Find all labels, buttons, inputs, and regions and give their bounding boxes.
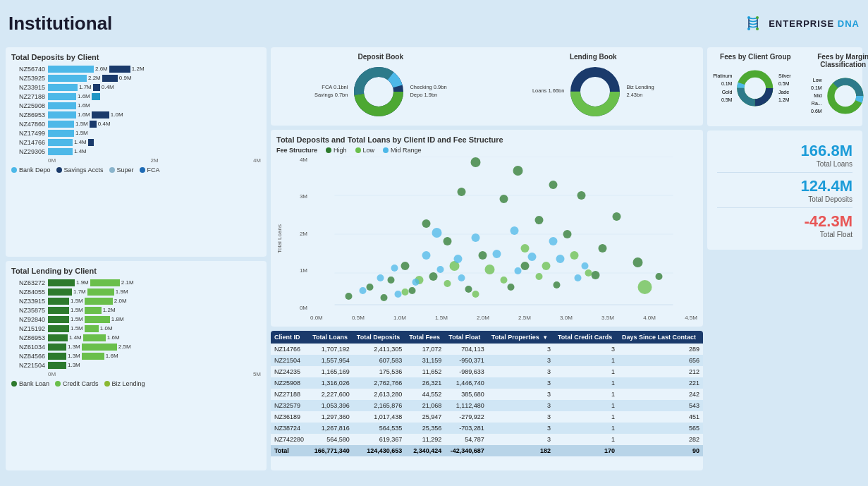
total-float-value: -42.3M xyxy=(717,212,852,231)
svg-point-49 xyxy=(570,251,579,260)
svg-point-35 xyxy=(388,277,395,284)
scatter-legend: Fee Structure High Low Mid Range xyxy=(276,147,697,154)
table-row: NZ259081,316,0262,762,76626,3211,446,740… xyxy=(271,377,703,389)
lending-book-wrapper: Loans 1.66bn Biz Lending 2.43bn xyxy=(532,63,654,120)
svg-point-29 xyxy=(599,244,607,253)
data-table-card: Client ID Total Loans Total Deposits Tot… xyxy=(271,331,703,470)
table-row: NZ56740 2.6M 1.2M xyxy=(11,66,261,73)
table-row: NZ35875 1.5M 1.2M xyxy=(11,307,261,314)
logo-text: ENTERPRISE DNA xyxy=(769,18,860,29)
total-float-stat: -42.3M Total Float xyxy=(717,208,852,243)
svg-point-44 xyxy=(381,294,388,301)
svg-point-0 xyxy=(743,13,763,33)
svg-point-32 xyxy=(656,273,663,280)
total-loans-stat: 166.8M Total Loans xyxy=(717,138,852,173)
scatter-x-axis: 0.0M 0.5M 1.0M 1.5M 2.0M 2.5M 3.0M 3.5M … xyxy=(310,315,697,321)
table-row: NZ84055 1.7M 1.9M xyxy=(11,288,261,296)
table-row: NZ33915 1.5M 2.0M xyxy=(11,298,261,305)
scatter-y-axis: 4M 3M 2M 1M 0M xyxy=(288,157,307,321)
col-total-credit-cards: Total Credit Cards xyxy=(554,331,618,344)
svg-point-19 xyxy=(513,166,523,176)
svg-point-72 xyxy=(412,279,420,286)
scatter-plot: Total Loans 4M 3M 2M 1M 0M xyxy=(276,157,697,321)
svg-point-63 xyxy=(454,255,463,263)
svg-point-23 xyxy=(577,191,586,200)
svg-point-25 xyxy=(422,219,431,228)
deposit-book-title: Deposit Book xyxy=(358,53,403,61)
table-row: NZ84566 1.3M 1.6M xyxy=(11,353,261,360)
svg-point-48 xyxy=(542,262,551,270)
col-total-loans: Total Loans xyxy=(309,331,353,344)
svg-point-61 xyxy=(549,237,558,245)
sort-icon: ▼ xyxy=(542,334,548,341)
table-row: NZ25908 1.6M xyxy=(11,102,261,109)
header: Institutional ENTERPRISE DNA xyxy=(6,6,862,43)
dna-icon xyxy=(742,12,764,35)
table-body: NZ147661,707,1922,411,30517,072704,11333… xyxy=(271,344,703,445)
fees-margin-labels-left: Low 0.1M Mid Ra... 0.6M xyxy=(804,76,822,116)
scatter-y-label: Total Loans xyxy=(276,157,286,321)
deposit-book-labels-left: FCA 0.1bnl Savings 0.7bn xyxy=(314,84,348,99)
svg-point-36 xyxy=(429,272,438,281)
lending-bar-chart: NZ63272 1.9M 2.1M NZ84055 xyxy=(11,279,261,369)
fees-client-section: Fees by Client Group Platinum 0.1M Gold … xyxy=(713,53,798,121)
legend-high: High xyxy=(326,147,347,154)
svg-point-69 xyxy=(515,267,522,274)
svg-point-59 xyxy=(472,233,480,242)
dashboard: Institutional ENTERPRISE DNA xyxy=(0,0,868,486)
svg-point-40 xyxy=(465,286,472,293)
middle-column: Deposit Book FCA 0.1bnl Savings 0.7bn xyxy=(271,47,703,470)
table-row: NZ325791,053,3962,165,87621,0681,112,480… xyxy=(271,400,703,411)
svg-point-27 xyxy=(444,237,452,245)
lending-book-labels-right: Biz Lending 2.43bn xyxy=(626,84,654,99)
fees-margin-donut xyxy=(824,71,867,121)
scatter-card: Total Deposits and Total Loans by Client… xyxy=(271,130,703,327)
svg-point-34 xyxy=(521,262,530,270)
table-scroll[interactable]: Client ID Total Loans Total Deposits Tot… xyxy=(271,331,703,456)
svg-point-30 xyxy=(479,251,487,260)
total-float-label: Total Float xyxy=(717,231,852,238)
table-row: NZ47860 1.5M 0.4M xyxy=(11,121,261,128)
right-spacer xyxy=(707,254,862,470)
legend-item-bank-loan: Bank Loan xyxy=(11,380,49,387)
svg-point-62 xyxy=(422,251,431,260)
right-column: Fees by Client Group Platinum 0.1M Gold … xyxy=(707,47,862,470)
svg-point-57 xyxy=(638,280,652,294)
table-row: NZ53925 2.2M 0.9M xyxy=(11,75,261,82)
svg-point-75 xyxy=(360,287,367,294)
svg-point-85 xyxy=(837,87,854,104)
col-total-float: Total Float xyxy=(445,331,488,344)
svg-point-47 xyxy=(521,244,530,253)
left-column: Total Deposits by Client NZ56740 2.6M 1.… xyxy=(6,47,267,470)
svg-point-18 xyxy=(471,157,481,167)
table-row: NZ387241,267,816564,53525,356-703,281315… xyxy=(271,423,703,434)
deposits-bar-chart: NZ56740 2.6M 1.2M NZ53925 xyxy=(11,66,261,155)
table-row: NZ27188 1.6M xyxy=(11,93,261,100)
svg-point-39 xyxy=(409,287,416,294)
svg-point-38 xyxy=(367,284,374,291)
deposit-book-donut xyxy=(350,63,407,120)
total-deposits-label: Total Deposits xyxy=(717,195,852,203)
table-row: NZ242351,165,169175,53611,652-989,633312… xyxy=(271,366,703,377)
svg-point-24 xyxy=(613,212,621,221)
svg-point-64 xyxy=(493,250,501,258)
svg-point-81 xyxy=(747,80,764,97)
svg-point-52 xyxy=(501,277,508,284)
svg-point-51 xyxy=(444,280,451,287)
table-row: NZ147661,707,1922,411,30517,072704,11333… xyxy=(271,344,703,355)
svg-point-55 xyxy=(402,288,409,296)
data-table: Client ID Total Loans Total Deposits Tot… xyxy=(271,331,703,456)
lending-book-section: Lending Book Loans 1.66bn Biz Lending xyxy=(489,53,698,120)
table-row: NZ14766 1.4M xyxy=(11,139,261,146)
svg-point-54 xyxy=(585,269,592,277)
svg-point-42 xyxy=(554,281,561,288)
svg-point-67 xyxy=(391,265,398,272)
total-deposits-stat: 124.4M Total Deposits xyxy=(717,173,852,208)
logo-area: ENTERPRISE DNA xyxy=(742,12,860,35)
lending-x-axis: 0M 5M xyxy=(11,371,261,377)
table-row: NZ92840 1.5M 1.8M xyxy=(11,316,261,323)
table-row: NZ215041,557,954607,58331,159-950,371316… xyxy=(271,355,703,366)
fees-margin-title: Fees by Margin Classification xyxy=(804,53,868,68)
col-total-properties[interactable]: Total Properties ▼ xyxy=(488,331,554,344)
svg-point-60 xyxy=(511,226,519,235)
